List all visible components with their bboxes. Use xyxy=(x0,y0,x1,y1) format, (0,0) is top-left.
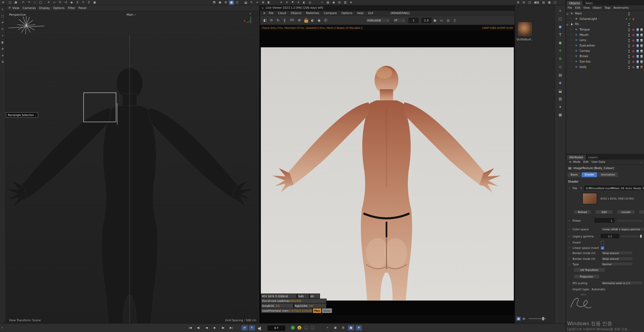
restart-render-icon[interactable]: ⟳ xyxy=(269,17,274,24)
visibility-dots[interactable] xyxy=(628,55,630,56)
anim-toggle-icon[interactable]: ◇ xyxy=(568,252,570,254)
diamond-icon[interactable]: ◇ xyxy=(557,64,564,70)
invert-checkbox[interactable] xyxy=(601,241,604,244)
gamma-field[interactable]: 1.3 xyxy=(421,18,431,23)
photo-tag-icon[interactable] xyxy=(640,44,643,47)
subsampling-icon[interactable]: ◉ xyxy=(316,17,322,24)
linear-space-invert-checkbox[interactable]: ✓ xyxy=(601,246,604,249)
collapse-icon[interactable]: ⊟ xyxy=(337,0,342,5)
rotate-tool-icon[interactable]: ↻ xyxy=(58,0,63,5)
power-input[interactable]: 1. xyxy=(595,218,614,223)
am-menu-item-edit[interactable]: Edit xyxy=(584,160,589,164)
noise-button[interactable]: Noise xyxy=(322,308,332,313)
pause-icon[interactable]: ‖ xyxy=(282,17,288,24)
viewport-menu-item-options[interactable]: Options xyxy=(53,6,64,10)
anim-toggle-icon[interactable]: ◇ xyxy=(568,257,570,260)
tab-takes[interactable]: Takes xyxy=(583,1,595,6)
checker-tag-icon[interactable] xyxy=(636,44,639,47)
viewport-menu-item-display[interactable]: Display xyxy=(39,6,50,10)
ram-preview-button[interactable]: ↻ xyxy=(249,325,255,330)
checker-tag-icon[interactable] xyxy=(636,33,639,37)
photo-tag-icon[interactable] xyxy=(640,33,643,37)
projection-button[interactable]: Projection xyxy=(573,274,600,279)
color-space-dropdown[interactable]: Linear sRGB + legacy gamma xyxy=(601,227,644,231)
checker-tag-icon[interactable] xyxy=(636,65,639,69)
anim-toggle-icon[interactable]: ◇ xyxy=(568,263,570,265)
light-tool-icon[interactable]: ☀ xyxy=(296,0,301,5)
material-name-label[interactable]: OctStdSurf... xyxy=(517,38,533,41)
tab-layers[interactable]: Layers xyxy=(586,155,600,159)
undo-icon[interactable]: ↶ xyxy=(20,0,26,5)
loop-mode-button[interactable]: ⇄ xyxy=(242,325,248,330)
layer-color-dot[interactable] xyxy=(632,55,634,57)
expander-icon[interactable]: ⊟ xyxy=(566,12,568,15)
purple-gem-icon[interactable]: ◆ xyxy=(557,80,564,86)
text-tool-icon[interactable]: T xyxy=(557,32,564,38)
anim-toggle-icon[interactable]: ◇ xyxy=(568,219,570,222)
object-row-cornea[interactable]: └✦Cornea xyxy=(566,48,644,54)
reset-icon[interactable]: [R] xyxy=(288,17,296,24)
material-thumbnail[interactable] xyxy=(517,22,533,37)
axis-lock-z-icon[interactable]: Z xyxy=(86,0,92,5)
layer-color-dot[interactable] xyxy=(632,29,634,31)
visibility-dots[interactable] xyxy=(628,12,630,13)
rendered-image[interactable] xyxy=(261,47,514,301)
autokey-button[interactable]: A xyxy=(297,326,302,330)
am-hamburger-icon[interactable]: ≡ xyxy=(568,160,573,164)
record-button[interactable]: • xyxy=(310,326,315,330)
viewport-menu-item-filter[interactable]: Filter xyxy=(68,6,75,10)
workspace-icon[interactable]: ▦ xyxy=(13,0,18,5)
tab-shader[interactable]: Shader xyxy=(582,172,597,177)
render-region-icon[interactable]: ▭ xyxy=(438,17,444,24)
om-menu-item-file[interactable]: File xyxy=(568,6,572,9)
tag-icon[interactable]: ⚑ xyxy=(290,0,295,5)
object-row-body[interactable]: └✦body xyxy=(566,65,644,70)
object-row-eyelashes[interactable]: └✦EyeLashes xyxy=(566,43,644,49)
play-button[interactable]: ▶ xyxy=(212,325,218,330)
checker-tag-icon[interactable] xyxy=(636,55,639,58)
next-frame-button[interactable]: |▶ xyxy=(220,325,226,330)
checker-tag-icon[interactable] xyxy=(636,39,639,42)
deformer-icon[interactable]: ✦ xyxy=(278,0,284,5)
close-icon[interactable]: ✕ xyxy=(262,6,264,9)
photo-tag-icon[interactable] xyxy=(640,28,643,31)
focus-picker-icon[interactable]: Ⓕ xyxy=(323,17,328,24)
photo-tag-icon[interactable] xyxy=(640,49,643,53)
move-tool-icon[interactable]: ✛ xyxy=(46,0,52,5)
expander-icon[interactable]: ⊟ xyxy=(566,23,568,26)
slider-handle[interactable] xyxy=(640,235,642,238)
tab-basic[interactable]: Basic xyxy=(568,172,581,177)
frame-tool-icon[interactable]: ▢ xyxy=(0,14,5,18)
mat-list-view-icon[interactable]: ▦ xyxy=(516,317,521,321)
render-view-icon[interactable]: ⬒ xyxy=(212,0,217,5)
light-object-rays[interactable] xyxy=(6,11,47,40)
solo-icon[interactable]: ▣ xyxy=(332,325,338,330)
record-objects-button[interactable] xyxy=(291,326,295,330)
thumbnail-size-slider[interactable] xyxy=(528,318,546,319)
grid-snap-icon[interactable]: ▤ xyxy=(325,0,331,5)
tab-objects[interactable]: Objects xyxy=(567,1,582,6)
cube-icon[interactable]: ▢ xyxy=(557,16,564,22)
mat-grid-view-icon[interactable]: ▤ xyxy=(522,317,526,321)
snap-toggle-icon[interactable]: ⌖ xyxy=(320,0,325,5)
axis-lock-x-icon[interactable]: X xyxy=(75,0,80,5)
sim-cluster-icon[interactable]: ✳ xyxy=(557,48,564,54)
object-row-brows[interactable]: └✦Brows xyxy=(566,54,644,59)
visibility-dots[interactable] xyxy=(628,60,630,62)
slider-handle[interactable] xyxy=(542,317,544,320)
half-square-icon[interactable]: ◧ xyxy=(0,40,5,45)
type-dropdown[interactable]: Normal xyxy=(601,262,633,266)
file-path-field[interactable]: D:₩DuneWold man₩Male_09_Anim_Ready_Bo xyxy=(584,186,644,190)
lv-menu-item-options[interactable]: Options xyxy=(341,12,352,15)
refresh-icon[interactable]: ↻ xyxy=(275,17,281,24)
live-selection-icon[interactable]: ◌ xyxy=(32,0,38,5)
grid-toggle-icon[interactable]: ▦ xyxy=(348,325,354,330)
lv-menu-item-help[interactable]: Help xyxy=(357,12,364,15)
photo-tag-icon[interactable] xyxy=(640,39,643,42)
object-row-tongue[interactable]: └✦Tongue xyxy=(566,27,644,33)
sim-gear-icon[interactable]: ⚙ xyxy=(557,56,564,62)
visibility-dots[interactable] xyxy=(628,34,630,35)
current-frame-field[interactable]: 0 F xyxy=(268,326,285,330)
texture-preview-thumbnail[interactable] xyxy=(582,193,597,204)
lv-menu-item-file[interactable]: File xyxy=(269,12,274,15)
